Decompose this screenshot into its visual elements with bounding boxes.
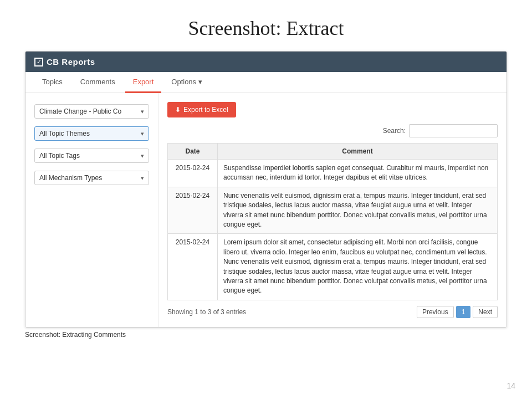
app-nav: Topics Comments Export Options ▾ [25,72,507,93]
filter-mechanism-types[interactable]: All Mechanism Types ▾ [34,171,149,185]
col-date: Date [168,144,218,160]
logo-checkbox-icon [34,58,43,66]
app-header: CB Reports [25,52,507,72]
table-row: 2015-02-24Lorem ipsum dolor sit amet, co… [168,234,498,300]
pagination: Showing 1 to 3 of 3 entries Previous 1 N… [167,306,498,318]
app-name: CB Reports [47,57,95,66]
nav-comments[interactable]: Comments [73,72,123,93]
app-content: Climate Change - Public Co ▾ All Topic T… [25,93,507,327]
nav-export[interactable]: Export [125,72,162,93]
page-title: Screenshot: Extract [0,0,532,51]
export-excel-button[interactable]: ⬇ Export to Excel [167,102,236,117]
chevron-down-icon: ▾ [141,108,144,115]
col-comment: Comment [218,144,498,160]
table-row: 2015-02-24Nunc venenatis velit euismod, … [168,187,498,234]
search-input[interactable] [409,124,498,137]
nav-topics[interactable]: Topics [34,72,70,93]
chevron-down-icon: ▾ [141,175,144,182]
cell-date: 2015-02-24 [168,187,218,234]
nav-options[interactable]: Options ▾ [163,72,209,93]
chevron-down-icon: ▾ [141,130,144,137]
prev-page-button[interactable]: Previous [417,306,454,318]
next-page-button[interactable]: Next [473,306,498,318]
cell-date: 2015-02-24 [168,234,218,300]
filter-topic-tags[interactable]: All Topic Tags ▾ [34,149,149,163]
cell-date: 2015-02-24 [168,160,218,187]
cell-comment: Nunc venenatis velit euismod, dignissim … [218,187,498,234]
filter-climate[interactable]: Climate Change - Public Co ▾ [34,104,149,119]
search-row: Search: [167,124,498,137]
search-label: Search: [383,127,406,135]
cell-comment: Lorem ipsum dolor sit amet, consectetur … [218,234,498,300]
screenshot-caption: Screenshot: Extracting Comments [25,331,532,339]
main-content: ⬇ Export to Excel Search: Date Comment [158,93,507,327]
app-logo: CB Reports [34,57,95,66]
filter-sidebar: Climate Change - Public Co ▾ All Topic T… [25,93,158,327]
slide-number: 14 [507,381,515,390]
pagination-controls: Previous 1 Next [417,306,498,318]
cell-comment: Suspendisse imperdiet lobortis sapien eg… [218,160,498,187]
pagination-info: Showing 1 to 3 of 3 entries [167,308,246,316]
table-row: 2015-02-24Suspendisse imperdiet lobortis… [168,160,498,187]
download-icon: ⬇ [175,106,181,114]
toolbar: ⬇ Export to Excel [167,102,498,117]
page-1-button[interactable]: 1 [456,306,471,318]
screenshot-container: CB Reports Topics Comments Export Option… [25,51,507,328]
comments-table: Date Comment 2015-02-24Suspendisse imper… [167,143,498,300]
filter-topic-themes[interactable]: All Topic Themes ▾ [34,126,149,141]
chevron-down-icon: ▾ [141,152,144,160]
